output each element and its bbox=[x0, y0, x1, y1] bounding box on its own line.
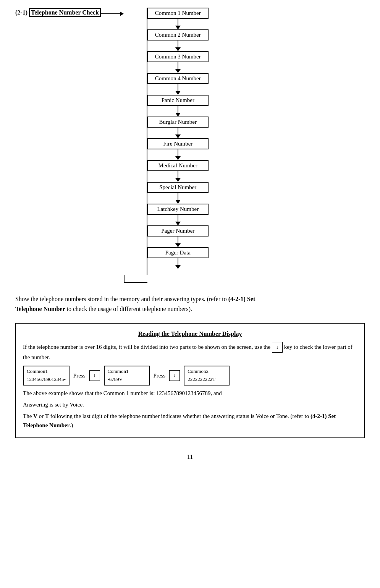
vline-5 bbox=[178, 128, 178, 134]
bold-tel: Telephone Number bbox=[15, 306, 65, 312]
reading-para1-text: If the telephone number is over 16 digit… bbox=[23, 344, 270, 350]
arrowtip-1 bbox=[175, 47, 181, 51]
reading-box-title: Reading the Telephone Number Display bbox=[23, 329, 357, 339]
press-label-1: Press bbox=[73, 371, 86, 380]
expl3-mid: or bbox=[37, 413, 45, 419]
arrowtip-3 bbox=[175, 91, 181, 95]
lcd3-line1: Common2 bbox=[188, 368, 226, 376]
flow-node-2: Common 3 Number bbox=[147, 51, 209, 62]
vline-6 bbox=[178, 149, 178, 156]
arrowtip-10 bbox=[175, 243, 181, 247]
flow-node-7: Medical Number bbox=[147, 160, 209, 171]
vline-0 bbox=[178, 19, 178, 26]
expl3-end: .) bbox=[70, 422, 73, 428]
expl3-text: following the last digit of the telephon… bbox=[49, 413, 310, 419]
vline-3 bbox=[178, 84, 178, 91]
connector-arrow bbox=[101, 11, 124, 16]
expl3-prefix: The bbox=[23, 413, 33, 419]
lcd-display-3: Common2 2222222222T bbox=[184, 366, 230, 386]
page-number: 11 bbox=[15, 454, 365, 460]
arrow-9 bbox=[175, 215, 181, 225]
flow-node-4: Panic Number bbox=[147, 95, 209, 106]
lcd1-line2: 123456789012345- bbox=[27, 376, 66, 384]
arrow-0 bbox=[175, 19, 181, 29]
bold-set: (4-2-1) Set bbox=[228, 296, 255, 302]
explanation-3: The V or T following the last digit of t… bbox=[23, 411, 357, 430]
arrowtip-0 bbox=[175, 26, 181, 29]
flow-node-6: Fire Number bbox=[147, 138, 209, 149]
description-text: Show the telephone numbers stored in the… bbox=[15, 294, 365, 314]
arrowtip-9 bbox=[175, 222, 181, 225]
expl3-bold1: V bbox=[33, 413, 37, 419]
explanation-2: Answering is set by Voice. bbox=[23, 400, 357, 409]
diagram-left: (2-1) Telephone Number Check bbox=[15, 8, 124, 16]
arrowtip-5 bbox=[175, 134, 181, 138]
section-label: (2-1) Telephone Number Check bbox=[15, 9, 101, 16]
section-prefix: (2-1) bbox=[15, 9, 27, 16]
vline-7 bbox=[178, 171, 178, 178]
arrow-10 bbox=[175, 236, 181, 247]
flow-node-5: Burglar Number bbox=[147, 117, 209, 128]
arrowtip-7 bbox=[175, 178, 181, 182]
vline-10 bbox=[178, 236, 178, 243]
vline-4 bbox=[178, 106, 178, 113]
page-content: (2-1) Telephone Number Check bbox=[15, 8, 365, 460]
down-key-1[interactable]: ↓ bbox=[272, 342, 283, 353]
vline-1 bbox=[178, 40, 178, 47]
flow-node-3: Common 4 Number bbox=[147, 73, 209, 84]
down-key-2[interactable]: ↓ bbox=[89, 370, 100, 381]
arrowtip-8 bbox=[175, 200, 181, 204]
lcd3-line2: 2222222222T bbox=[188, 376, 226, 384]
expl3-bold2: T bbox=[45, 413, 49, 419]
vline-11 bbox=[178, 258, 178, 265]
explanation-1-text: The above example shows that the Common … bbox=[23, 390, 222, 396]
lcd2-line2: -6789V bbox=[108, 376, 146, 384]
section-title-box: Telephone Number Check bbox=[29, 8, 101, 17]
arrow-11 bbox=[175, 258, 181, 269]
lcd2-line1: Common1 bbox=[108, 368, 146, 376]
arrowtip-4 bbox=[175, 113, 181, 117]
flow-nodes: Common 1 Number Common 2 Number Common 3… bbox=[147, 8, 209, 269]
arrow-1 bbox=[175, 40, 181, 51]
arrow-8 bbox=[175, 193, 181, 204]
arrow-2 bbox=[175, 62, 181, 73]
press-label-2: Press bbox=[154, 371, 166, 380]
explanation-2-text: Answering is set by Voice. bbox=[23, 402, 84, 408]
flow-node-9: Latchkey Number bbox=[147, 204, 209, 215]
reading-box: Reading the Telephone Number Display If … bbox=[15, 323, 365, 438]
flow-node-11: Pager Data bbox=[147, 247, 209, 258]
vline-2 bbox=[178, 62, 178, 69]
flow-node-8: Special Number bbox=[147, 182, 209, 193]
diagram-section: (2-1) Telephone Number Check bbox=[15, 8, 365, 283]
lcd-display-2: Common1 -6789V bbox=[104, 366, 150, 386]
arrow-7 bbox=[175, 171, 181, 182]
arrowtip-2 bbox=[175, 69, 181, 73]
arrowtip-11 bbox=[175, 265, 181, 269]
flow-node-1: Common 2 Number bbox=[147, 29, 209, 40]
flow-node-10: Pager Number bbox=[147, 225, 209, 236]
h-line bbox=[101, 13, 120, 14]
reading-para1: If the telephone number is over 16 digit… bbox=[23, 342, 357, 362]
description: Show the telephone numbers stored in the… bbox=[15, 294, 365, 314]
arrow-6 bbox=[175, 149, 181, 160]
explanation-1: The above example shows that the Common … bbox=[23, 389, 357, 398]
arrowtip-6 bbox=[175, 156, 181, 160]
arrow-4 bbox=[175, 106, 181, 117]
example-row: Common1 123456789012345- Press ↓ Common1… bbox=[23, 366, 357, 386]
arrow-3 bbox=[175, 84, 181, 95]
lcd-display-1: Common1 123456789012345- bbox=[23, 366, 70, 386]
vline-8 bbox=[178, 193, 178, 200]
flow-with-sidebar: Common 1 Number Common 2 Number Common 3… bbox=[124, 8, 209, 283]
lcd1-line1: Common1 bbox=[27, 368, 66, 376]
vline-9 bbox=[178, 215, 178, 222]
arrow-right-tip bbox=[120, 11, 124, 16]
flow-node-0: Common 1 Number bbox=[147, 8, 209, 19]
down-key-3[interactable]: ↓ bbox=[169, 370, 180, 381]
arrow-5 bbox=[175, 128, 181, 138]
